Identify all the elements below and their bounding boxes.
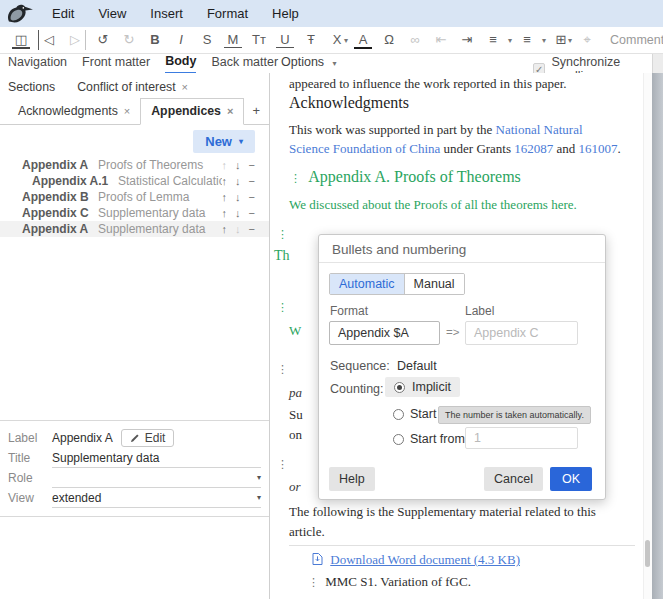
role-select[interactable]: ▾	[52, 468, 261, 488]
panel-toggle-icon[interactable]: ◫	[12, 32, 30, 49]
help-button[interactable]: Help	[329, 467, 375, 491]
section-tab-label: Conflict of interest	[77, 80, 175, 94]
small-caps-icon[interactable]: Tᴛ	[250, 30, 268, 50]
hidden-line-fragment: pa	[289, 385, 302, 401]
funder-link[interactable]: National Natural	[496, 122, 583, 137]
indent-icon[interactable]: ⇥	[458, 30, 476, 50]
move-down-button[interactable]: ↓	[235, 159, 241, 171]
move-down-button[interactable]: ↓	[235, 207, 241, 219]
list-item[interactable]: Appendix A Proofs of Theorems ↑ ↓ −	[0, 157, 269, 173]
tab-manual[interactable]: Manual	[404, 274, 464, 294]
dialog-title: Bullets and numbering	[332, 242, 466, 257]
jump-end-icon[interactable]: ▷	[66, 30, 86, 50]
cancel-button[interactable]: Cancel	[484, 467, 543, 491]
radio-implicit[interactable]: Implicit	[385, 377, 460, 397]
drag-handle-icon[interactable]: ⋮	[308, 576, 318, 588]
list-item[interactable]: Appendix A.1 Statistical Calculations ↑ …	[0, 173, 269, 189]
ok-button[interactable]: OK	[550, 467, 592, 491]
funder-link[interactable]: Science Foundation of China	[289, 141, 440, 156]
tab-back-matter[interactable]: Back matter	[211, 54, 278, 73]
comment-button[interactable]: Comment	[610, 33, 663, 47]
chevron-down-icon[interactable]: ▾	[344, 36, 348, 45]
download-word-document-link[interactable]: Download Word document (4.3 KB)	[330, 552, 520, 567]
format-field-label: Format	[330, 304, 368, 318]
menu-view[interactable]: View	[86, 6, 138, 21]
section-tab-appendices[interactable]: Appendices ×	[140, 98, 244, 125]
view-select[interactable]: extended ▾	[52, 488, 261, 508]
move-down-button[interactable]: ↓	[235, 175, 241, 187]
numbered-list-icon[interactable]: ≡	[518, 30, 536, 50]
special-character-icon[interactable]: Ω	[380, 30, 398, 50]
list-item[interactable]: Appendix B Proofs of Lemma ↑ ↓ −	[0, 189, 269, 205]
title-input[interactable]: Supplementary data	[52, 448, 261, 468]
start-from-input[interactable]: 1	[465, 427, 578, 449]
format-input[interactable]: Appendix $A	[329, 321, 440, 345]
hidden-line-fragment: Th	[274, 248, 290, 264]
move-down-button[interactable]: ↓	[235, 191, 241, 203]
font-color-icon[interactable]: A	[354, 32, 372, 49]
move-up-button[interactable]: ↑	[222, 223, 228, 235]
close-icon[interactable]: ×	[227, 105, 233, 117]
move-up-button[interactable]: ↑	[222, 159, 228, 171]
move-down-button[interactable]: ↓	[235, 223, 241, 235]
add-section-tab-button[interactable]: +	[244, 99, 268, 124]
monospace-icon[interactable]: M	[224, 32, 242, 48]
move-up-button[interactable]: ↑	[222, 207, 228, 219]
drag-handle-icon[interactable]: ⋮	[277, 363, 287, 376]
outdent-icon[interactable]: ⇤	[432, 30, 450, 50]
menu-format[interactable]: Format	[195, 6, 260, 21]
appendix-a-heading: ⋮ Appendix A. Proofs of Theorems	[290, 168, 521, 186]
drag-handle-icon[interactable]: ⋮	[290, 172, 300, 184]
move-icon[interactable]: ⌖	[578, 30, 596, 50]
grant-link[interactable]: 161007	[579, 141, 618, 156]
list-item[interactable]: Appendix C Supplementary data ↑ ↓ −	[0, 205, 269, 221]
link-icon[interactable]: ∞	[406, 30, 424, 50]
label-preview-input[interactable]: Appendix C	[465, 321, 578, 345]
close-icon[interactable]: ×	[182, 81, 188, 93]
tab-automatic[interactable]: Automatic	[330, 274, 404, 294]
chevron-down-icon[interactable]: ▾	[568, 36, 572, 45]
overline-icon[interactable]: Ŧ	[302, 30, 320, 50]
drag-handle-icon[interactable]: ⋮	[277, 301, 287, 314]
move-up-button[interactable]: ↑	[222, 175, 228, 187]
jump-start-icon[interactable]: ◁	[38, 30, 58, 50]
italic-icon[interactable]: I	[172, 30, 190, 50]
edit-label-button[interactable]: Edit	[121, 429, 175, 447]
menu-insert[interactable]: Insert	[138, 6, 195, 21]
new-button[interactable]: New ▾	[193, 130, 255, 153]
tab-body[interactable]: Body	[165, 53, 196, 74]
grant-link[interactable]: 162087	[514, 141, 553, 156]
strikethrough-icon[interactable]: S	[198, 30, 216, 50]
redo-icon[interactable]: ↻	[120, 30, 138, 50]
appendix-label: Appendix A.1	[32, 174, 118, 188]
list-item-selected[interactable]: Appendix A Supplementary data ↑ ↓ −	[0, 221, 269, 237]
menu-help[interactable]: Help	[260, 6, 311, 21]
move-up-button[interactable]: ↑	[222, 191, 228, 203]
section-tab-conflict-of-interest[interactable]: Conflict of interest ×	[77, 80, 188, 94]
close-icon[interactable]: ×	[124, 105, 130, 117]
options-dropdown[interactable]: Options ▾	[281, 55, 339, 69]
undo-icon[interactable]: ↺	[94, 30, 112, 50]
drag-handle-icon[interactable]: ⋮	[277, 228, 287, 241]
document-scrollbar-track[interactable]	[643, 73, 652, 599]
remove-button[interactable]: −	[249, 175, 255, 187]
tab-navigation[interactable]: Navigation	[8, 54, 67, 73]
underline-icon[interactable]: U	[276, 32, 294, 48]
bullet-list-icon[interactable]: ≡	[484, 30, 502, 50]
chevron-down-icon[interactable]: ▾	[542, 36, 546, 45]
view-field-value: extended	[52, 491, 101, 505]
remove-button[interactable]: −	[249, 223, 255, 235]
section-tab-acknowledgments[interactable]: Acknowledgments ×	[8, 99, 140, 124]
bold-icon[interactable]: B	[146, 30, 164, 50]
radio-start-from[interactable]: Start from	[393, 432, 465, 446]
remove-button[interactable]: −	[249, 191, 255, 203]
drag-handle-icon[interactable]: ⋮	[277, 458, 287, 471]
document-scrollbar-thumb[interactable]	[645, 540, 650, 567]
menu-edit[interactable]: Edit	[40, 6, 86, 21]
tab-front-matter[interactable]: Front matter	[82, 54, 150, 73]
remove-button[interactable]: −	[249, 159, 255, 171]
remove-button[interactable]: −	[249, 207, 255, 219]
view-tab-row: Navigation Front matter Body Back matter…	[0, 54, 663, 74]
chevron-down-icon[interactable]: ▾	[508, 36, 512, 45]
chevron-down-icon: ▾	[333, 59, 337, 68]
